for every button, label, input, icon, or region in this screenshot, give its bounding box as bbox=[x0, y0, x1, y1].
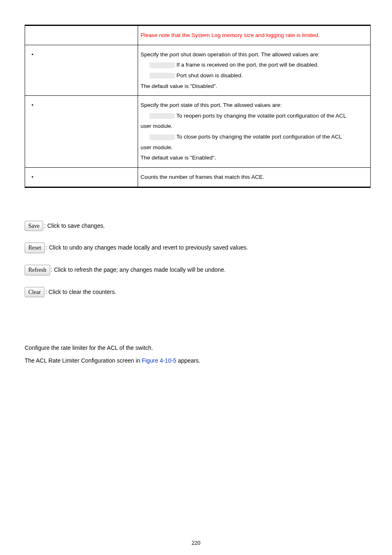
clear-button[interactable]: Clear bbox=[25, 287, 44, 298]
bullet-icon: • bbox=[28, 172, 37, 183]
indented-line: : To reopen ports by changing the volati… bbox=[141, 111, 368, 121]
table-row: Please note that the System Log memory s… bbox=[25, 25, 371, 45]
page-root: Please note that the System Log memory s… bbox=[0, 0, 392, 555]
option-label-box bbox=[150, 73, 173, 79]
body-text: : To reopen ports by changing the volati… bbox=[173, 113, 346, 119]
row-content-cell: Please note that the System Log memory s… bbox=[138, 25, 371, 45]
indented-line: : If a frame is received on the port, th… bbox=[141, 60, 368, 70]
button-row: Reset : Click to undo any changes made l… bbox=[25, 243, 367, 253]
buttons-description-section: Save : Click to save changes. Reset : Cl… bbox=[25, 221, 367, 297]
table-row: • Specify the port state of this port. T… bbox=[25, 96, 371, 168]
spec-table: Please note that the System Log memory s… bbox=[25, 25, 371, 188]
button-description: : Click to clear the counters. bbox=[45, 288, 116, 296]
button-row: Refresh : Click to refresh the page; any… bbox=[25, 265, 367, 275]
figure-link[interactable]: Figure 4-10-5 bbox=[142, 357, 176, 364]
row-content-cell: Counts the number of frames that match t… bbox=[138, 168, 371, 187]
indented-line: : Port shut down is disabled. bbox=[141, 70, 368, 81]
body-text: appears. bbox=[176, 357, 200, 364]
reset-button[interactable]: Reset bbox=[25, 243, 45, 253]
body-text: The default value is "Disabled". bbox=[141, 83, 217, 89]
body-text: : Port shut down is disabled. bbox=[173, 72, 243, 79]
warning-text: Please note that the System Log memory s… bbox=[141, 32, 320, 38]
bullet-icon: • bbox=[28, 100, 37, 111]
button-row: Save : Click to save changes. bbox=[25, 221, 367, 231]
option-label-box bbox=[150, 134, 173, 140]
option-label-box bbox=[150, 62, 173, 68]
body-text: Counts the number of frames that match t… bbox=[141, 174, 264, 180]
row-bullet-cell: • bbox=[25, 96, 138, 168]
button-description: : Click to save changes. bbox=[44, 222, 105, 230]
row-bullet-cell bbox=[25, 25, 138, 45]
option-label-box bbox=[150, 113, 173, 119]
save-button[interactable]: Save bbox=[25, 221, 43, 231]
table-row: • Specify the port shut down operation o… bbox=[25, 45, 371, 96]
body-text: The default value is "Enabled". bbox=[141, 155, 216, 161]
row-bullet-cell: • bbox=[25, 45, 138, 96]
body-text: : To close ports by changing the volatil… bbox=[173, 134, 342, 140]
button-description: : Click to refresh the page; any changes… bbox=[51, 266, 226, 274]
bullet-icon: • bbox=[28, 50, 37, 60]
refresh-button[interactable]: Refresh bbox=[25, 265, 50, 275]
body-text: : If a frame is received on the port, th… bbox=[173, 62, 318, 68]
body-text: The ACL Rate Limiter Configuration scree… bbox=[25, 357, 142, 364]
row-bullet-cell: • bbox=[25, 168, 138, 187]
row-content-cell: Specify the port state of this port. The… bbox=[138, 96, 371, 168]
paragraph: The ACL Rate Limiter Configuration scree… bbox=[25, 355, 367, 366]
body-text: Specify the port shut down operation of … bbox=[141, 51, 320, 58]
body-text: user module. bbox=[141, 123, 173, 129]
body-text: user module. bbox=[141, 144, 173, 150]
body-text: Specify the port state of this port. The… bbox=[141, 102, 281, 108]
table-row: • Counts the number of frames that match… bbox=[25, 168, 371, 187]
row-content-cell: Specify the port shut down operation of … bbox=[138, 45, 371, 96]
paragraph: Configure the rate limiter for the ACL o… bbox=[25, 342, 367, 354]
page-number: 220 bbox=[0, 540, 392, 546]
indented-line: : To close ports by changing the volatil… bbox=[141, 132, 368, 142]
body-paragraphs: Configure the rate limiter for the ACL o… bbox=[25, 342, 367, 366]
button-description: : Click to undo any changes made locally… bbox=[46, 244, 248, 252]
button-row: Clear : Click to clear the counters. bbox=[25, 287, 367, 298]
